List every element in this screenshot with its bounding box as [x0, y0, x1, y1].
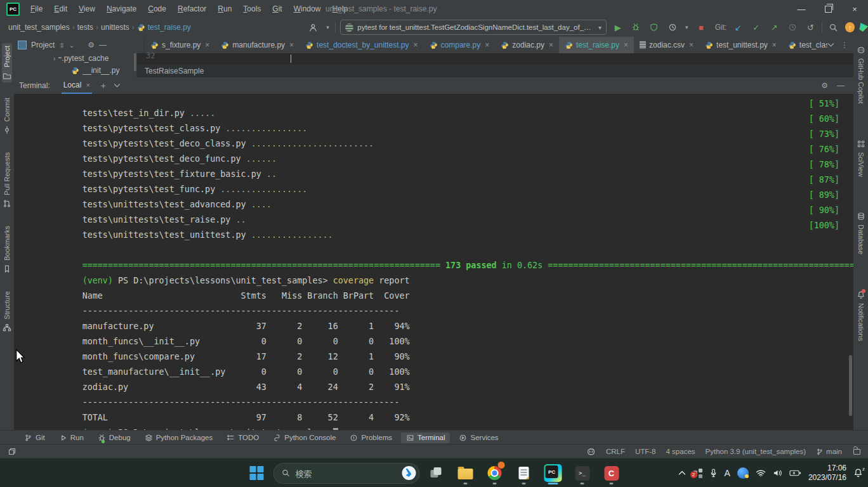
tray-app-badge-icon[interactable]: 2	[693, 469, 702, 478]
new-terminal-button[interactable]: +	[101, 81, 106, 91]
git-rollback-button[interactable]: ↺	[804, 20, 818, 34]
tab-close-icon[interactable]: ×	[205, 41, 209, 49]
tool-stripe-tab[interactable]: Bookmarks	[2, 223, 12, 276]
menu-item[interactable]: File	[25, 3, 48, 15]
menu-item[interactable]: Edit	[48, 3, 73, 15]
tool-window-button[interactable]: Terminal	[401, 432, 450, 443]
editor-tab[interactable]: test_class.py ×	[782, 37, 827, 53]
search-everywhere-button[interactable]	[827, 20, 841, 34]
tab-options-kebab-icon[interactable]: ⋮	[841, 41, 848, 49]
copilot-status-icon[interactable]	[586, 447, 596, 457]
pycharm-taskbar-button[interactable]: PC	[541, 460, 566, 486]
tool-stripe-tab[interactable]: Commit	[2, 95, 12, 137]
tab-close-icon[interactable]: ×	[549, 41, 553, 49]
terminal-output[interactable]: tests\test_in_dir.py ..... [ 51%] tests\…	[14, 94, 853, 430]
user-dropdown-caret-icon[interactable]: ▾	[325, 20, 331, 34]
project-tree-row[interactable]: › __init__.py	[66, 66, 119, 75]
menu-item[interactable]: Refactor	[172, 3, 212, 15]
user-profile-icon[interactable]	[306, 20, 320, 34]
notification-bell-icon[interactable]: z	[853, 468, 863, 478]
editor-tab[interactable]: test_unittest.py ×	[699, 37, 782, 53]
editor-tab[interactable]: zodiac.csv ×	[634, 37, 699, 53]
menu-item[interactable]: Run	[212, 3, 237, 15]
interpreter-widget[interactable]: Python 3.9 (unit_test_samples)	[706, 448, 806, 455]
git-push-button[interactable]: ↗	[767, 20, 781, 34]
expand-all-icon[interactable]: ⇳	[59, 42, 64, 49]
taskbar-search-box[interactable]: 検索	[273, 463, 420, 484]
unlocked-icon[interactable]	[853, 449, 860, 455]
battery-icon[interactable]	[789, 469, 801, 477]
project-tree-row[interactable]: › .pytest_cache	[53, 54, 109, 63]
terminal-options-chevron-icon[interactable]	[114, 83, 121, 88]
tray-account-icon[interactable]	[737, 467, 749, 479]
tab-close-icon[interactable]: ×	[772, 41, 777, 49]
git-branch-widget[interactable]: main	[816, 448, 842, 456]
profiler-button[interactable]	[666, 20, 680, 34]
editor-tab[interactable]: test_raise.py ×	[559, 37, 634, 53]
breadcrumb-item[interactable]: test_raise.py	[137, 23, 191, 32]
tab-close-icon[interactable]: ×	[86, 81, 89, 89]
tool-window-button[interactable]: Problems	[345, 432, 397, 443]
editor-tab[interactable]: test_doctest_by_unittest.py ×	[299, 37, 423, 53]
breadcrumb-item[interactable]: unittests	[101, 23, 129, 32]
menu-item[interactable]: Window	[288, 3, 327, 15]
ime-mode-indicator[interactable]: A	[725, 468, 730, 478]
menu-item[interactable]: Tools	[237, 3, 266, 15]
tool-window-button[interactable]: TODO	[221, 432, 264, 443]
bing-icon[interactable]	[402, 466, 416, 480]
debug-button[interactable]	[629, 20, 643, 34]
stop-button[interactable]: ■	[694, 20, 708, 34]
tool-stripe-tab[interactable]: Database	[856, 209, 866, 257]
profiler-caret-icon[interactable]: ▾	[683, 20, 690, 34]
tab-close-icon[interactable]: ×	[289, 41, 294, 49]
git-update-button[interactable]: ↙	[731, 20, 745, 34]
layout-widget-icon[interactable]	[8, 447, 16, 456]
menu-item[interactable]: Code	[142, 3, 172, 15]
tab-list-chevron-icon[interactable]	[827, 42, 834, 48]
editor-strip[interactable]: 32 TestRaiseSample	[137, 53, 853, 77]
volume-icon[interactable]	[773, 469, 782, 477]
tree-chevron-icon[interactable]: ›	[53, 55, 55, 62]
tool-stripe-tab[interactable]: SciView	[856, 137, 866, 179]
indent-widget[interactable]: 4 spaces	[666, 448, 695, 455]
terminal-settings-gear-icon[interactable]: ⚙	[821, 81, 828, 90]
tool-stripe-tab[interactable]: GitHub Copilot	[856, 43, 866, 107]
tool-window-button[interactable]: Services	[454, 432, 503, 443]
tool-stripe-tab[interactable]: Pull Requests	[2, 150, 12, 211]
git-commit-button[interactable]: ✓	[749, 20, 763, 34]
tab-close-icon[interactable]: ×	[485, 41, 489, 49]
update-available-icon[interactable]: ↑	[845, 22, 855, 32]
microphone-icon[interactable]	[709, 468, 718, 478]
breadcrumb-item[interactable]: unit_test_samples	[8, 23, 70, 32]
tool-stripe-tab[interactable]: Project	[2, 43, 12, 82]
tab-close-icon[interactable]: ×	[689, 41, 694, 49]
line-ending-widget[interactable]: CRLF	[606, 448, 625, 455]
editor-breadcrumb-item[interactable]: TestRaiseSample	[145, 67, 204, 75]
toolbox-plugin-icon[interactable]	[859, 23, 868, 32]
chrome-button[interactable]	[482, 460, 508, 486]
tool-stripe-tab[interactable]: Notifications	[856, 288, 866, 344]
collapse-all-icon[interactable]: ⌄	[69, 42, 74, 49]
tool-stripe-tab[interactable]: Structure	[2, 289, 12, 335]
tool-window-button[interactable]: Run	[54, 432, 89, 443]
tab-close-icon[interactable]: ×	[624, 41, 628, 49]
run-button[interactable]: ▶	[611, 20, 625, 34]
camtasia-button[interactable]: C	[599, 460, 624, 486]
start-button[interactable]	[244, 460, 270, 486]
project-tree-scrollbar[interactable]	[134, 53, 136, 71]
task-view-button[interactable]	[424, 460, 449, 486]
editor-tab[interactable]: manufacture.py ×	[215, 37, 299, 53]
tray-chevron-up-icon[interactable]	[678, 471, 686, 476]
run-configuration-select[interactable]: pytest for test_unittest.TestGetZodiacSi…	[340, 20, 607, 35]
terminal-app-button[interactable]: >_	[570, 460, 595, 486]
hide-panel-icon[interactable]: —	[99, 41, 107, 49]
minimize-button[interactable]: —	[788, 0, 815, 18]
terminal-tab-local[interactable]: Local ×	[62, 77, 92, 94]
breadcrumb-item[interactable]: tests	[77, 23, 93, 32]
menu-item[interactable]: Navigate	[101, 3, 142, 15]
taskbar-clock[interactable]: 17:06 2023/07/16	[808, 464, 846, 483]
encoding-widget[interactable]: UTF-8	[635, 448, 656, 455]
terminal-scrollbar[interactable]	[849, 355, 852, 416]
project-settings-gear-icon[interactable]: ⚙	[88, 41, 95, 49]
editor-tab[interactable]: s_fixture.py ×	[145, 37, 215, 53]
